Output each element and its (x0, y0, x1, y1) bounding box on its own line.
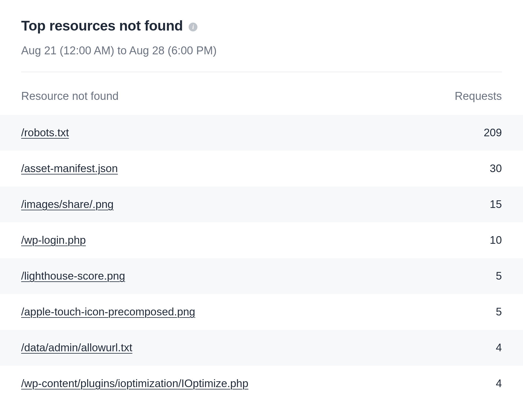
table-row: /images/share/.png 15 (0, 187, 523, 222)
resource-link[interactable]: /apple-touch-icon-precomposed.png (21, 306, 195, 318)
resources-not-found-card: Top resources not found i Aug 21 (12:00 … (0, 0, 523, 420)
resource-link[interactable]: /images/share/.png (21, 198, 114, 211)
info-icon[interactable]: i (189, 23, 197, 31)
resource-link[interactable]: /wp-content/plugins/ioptimization/IOptim… (21, 377, 248, 390)
table-row: /robots.txt 209 (0, 115, 523, 151)
date-range: Aug 21 (12:00 AM) to Aug 28 (6:00 PM) (21, 44, 502, 57)
requests-value: 5 (496, 270, 502, 282)
card-header: Top resources not found i Aug 21 (12:00 … (0, 0, 523, 57)
table-row: /wp-content/plugins/ioptimization/IOptim… (0, 366, 523, 401)
resource-link[interactable]: /wp-login.php (21, 234, 86, 246)
title-row: Top resources not found i (21, 18, 502, 34)
column-header-requests: Requests (455, 90, 502, 103)
resource-link[interactable]: /lighthouse-score.png (21, 270, 125, 282)
requests-value: 4 (496, 377, 502, 390)
table-row: /asset-manifest.json 30 (0, 151, 523, 187)
table-row: /lighthouse-score.png 5 (0, 258, 523, 294)
requests-value: 10 (490, 234, 502, 246)
requests-value: 4 (496, 342, 502, 354)
table-row: /apple-touch-icon-precomposed.png 5 (0, 294, 523, 330)
table-row: /wp-login.php 10 (0, 222, 523, 258)
divider (21, 72, 502, 72)
table-row: /data/admin/allowurl.txt 4 (0, 330, 523, 366)
resource-link[interactable]: /asset-manifest.json (21, 162, 118, 175)
requests-value: 15 (490, 198, 502, 211)
resource-link[interactable]: /robots.txt (21, 127, 69, 139)
requests-value: 30 (490, 162, 502, 175)
resource-link[interactable]: /data/admin/allowurl.txt (21, 342, 132, 354)
card-title: Top resources not found (21, 18, 183, 34)
requests-value: 5 (496, 306, 502, 318)
resources-table: Resource not found Requests /robots.txt … (0, 90, 523, 401)
requests-value: 209 (484, 127, 502, 139)
column-header-resource: Resource not found (21, 90, 119, 103)
table-header-row: Resource not found Requests (0, 90, 523, 115)
